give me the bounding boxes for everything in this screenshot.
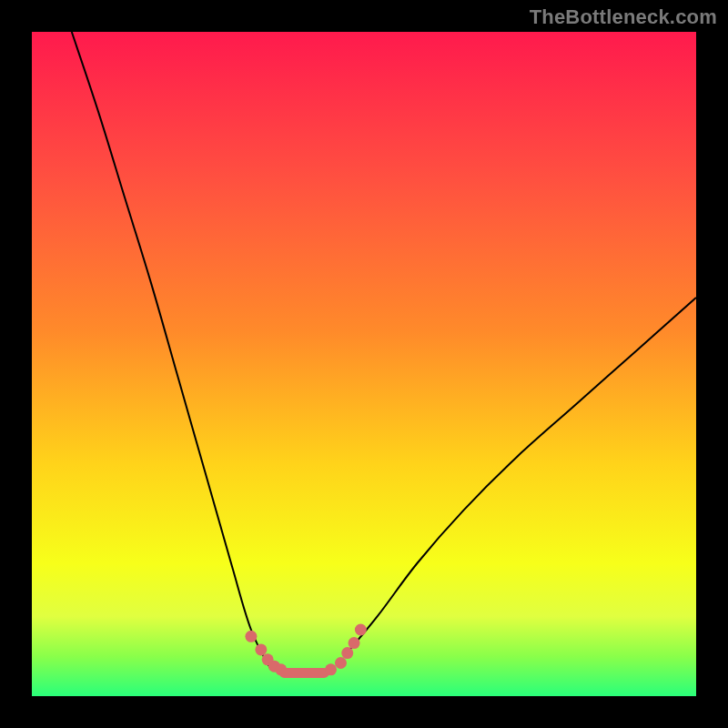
marker-dot — [335, 657, 347, 669]
right-branch-curve — [344, 298, 696, 656]
marker-dot — [349, 637, 360, 649]
left-marker-dots — [245, 631, 287, 676]
marker-dot — [325, 663, 337, 675]
marker-dot — [275, 663, 287, 675]
left-branch-curve — [72, 32, 271, 670]
marker-dot — [262, 653, 274, 665]
marker-dot — [355, 624, 367, 636]
marker-dot — [268, 661, 280, 672]
curve-overlay — [32, 32, 696, 696]
marker-dot — [245, 631, 257, 642]
right-marker-dots — [325, 624, 367, 676]
watermark-text: TheBottleneck.com — [530, 5, 717, 29]
marker-dot — [341, 647, 353, 659]
marker-dot — [255, 643, 267, 655]
plot-area — [32, 32, 696, 696]
chart-frame: TheBottleneck.com — [0, 0, 728, 728]
